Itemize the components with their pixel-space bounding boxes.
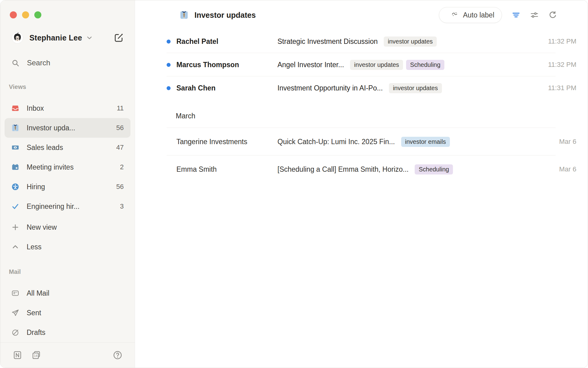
search-icon bbox=[11, 59, 20, 67]
email-subject: Strategic Investment Discussion bbox=[277, 37, 378, 46]
email-time: 11:31 PM bbox=[542, 84, 576, 92]
inbox-icon bbox=[11, 104, 19, 112]
email-time: Mar 6 bbox=[553, 165, 576, 173]
email-row[interactable]: Emma Smith[Scheduling a Call] Emma Smith… bbox=[167, 155, 576, 183]
svg-text:14: 14 bbox=[34, 354, 38, 358]
sidebar-item-label: All Mail bbox=[27, 289, 49, 297]
sidebar-item-sales-leads[interactable]: Sales leads47 bbox=[5, 138, 130, 157]
banknote-icon bbox=[11, 144, 19, 151]
mail-list: All MailSentDrafts bbox=[0, 283, 135, 342]
group-label: March bbox=[176, 112, 195, 120]
display-options-button[interactable] bbox=[530, 11, 539, 19]
email-tags: Scheduling bbox=[415, 164, 453, 174]
page-title: Investor updates bbox=[194, 11, 256, 20]
email-time: 11:32 PM bbox=[542, 37, 576, 45]
sidebar-item-drafts[interactable]: Drafts bbox=[5, 323, 130, 342]
necktie-icon bbox=[179, 10, 189, 20]
notion-calendar-button[interactable]: 14 bbox=[32, 350, 41, 360]
refresh-icon bbox=[548, 11, 557, 19]
draft-icon bbox=[11, 328, 19, 336]
notion-calendar-icon: 14 bbox=[32, 350, 41, 360]
label-tag[interactable]: investor updates bbox=[350, 60, 403, 70]
sidebar-item-label: Hiring bbox=[27, 183, 45, 191]
minimize-button[interactable] bbox=[22, 11, 29, 18]
sidebar-item-sent[interactable]: Sent bbox=[5, 303, 130, 323]
notion-app-button[interactable] bbox=[13, 350, 22, 360]
sidebar-item-meeting-invites[interactable]: Meeting invites2 bbox=[5, 157, 130, 177]
compose-button[interactable] bbox=[111, 31, 126, 45]
view-header: Investor updates Auto label bbox=[135, 0, 588, 30]
avatar bbox=[12, 32, 23, 44]
help-button[interactable] bbox=[113, 350, 123, 360]
email-sender: Emma Smith bbox=[176, 165, 277, 174]
unread-count: 11 bbox=[117, 104, 124, 112]
email-row[interactable]: Tangerine InvestmentsQuick Catch-Up: Lum… bbox=[167, 128, 576, 155]
email-row[interactable]: Sarah ChenInvestment Opportunity in AI-P… bbox=[167, 76, 576, 100]
label-tag[interactable]: investor updates bbox=[389, 83, 442, 93]
sidebar-item-label: Engineering hir... bbox=[27, 202, 80, 211]
email-group-march: MarchTangerine InvestmentsQuick Catch-Up… bbox=[167, 111, 576, 183]
window-controls bbox=[0, 0, 135, 18]
main-panel: Investor updates Auto label Rachel Patel… bbox=[135, 0, 588, 368]
profile-menu-button[interactable]: Stephanie Lee bbox=[12, 31, 126, 45]
sidebar-item-all-mail[interactable]: All Mail bbox=[5, 283, 130, 303]
filter-button[interactable] bbox=[512, 11, 520, 19]
checkmark-icon bbox=[11, 202, 19, 210]
sidebar-item-label: New view bbox=[27, 223, 57, 232]
sidebar-item-engineering-hiring[interactable]: Engineering hir...3 bbox=[5, 197, 130, 216]
unread-count: 56 bbox=[116, 183, 124, 191]
email-time: 11:32 PM bbox=[542, 61, 576, 69]
email-subject: [Scheduling a Call] Emma Smith, Horizo..… bbox=[277, 165, 409, 174]
email-group: Rachel PatelStrategic Investment Discuss… bbox=[167, 30, 576, 100]
sliders-icon bbox=[530, 11, 539, 19]
chevron-up-icon bbox=[11, 243, 19, 251]
email-time: Mar 6 bbox=[553, 138, 576, 146]
search-label: Search bbox=[27, 59, 50, 67]
email-tags: investor updatesScheduling bbox=[350, 60, 444, 70]
email-tags: investor updates bbox=[389, 83, 442, 93]
label-tag[interactable]: investor updates bbox=[384, 36, 437, 47]
notion-logo-icon bbox=[13, 350, 22, 360]
sidebar-item-hiring[interactable]: Hiring56 bbox=[5, 177, 130, 197]
email-row[interactable]: Rachel PatelStrategic Investment Discuss… bbox=[167, 30, 576, 53]
group-header: March bbox=[167, 111, 576, 128]
email-subject: Angel Investor Inter... bbox=[277, 61, 344, 69]
profile-name: Stephanie Lee bbox=[29, 33, 82, 42]
sidebar-item-search[interactable]: Search bbox=[5, 55, 130, 71]
sidebar-footer: 14 bbox=[0, 342, 135, 368]
sidebar-item-less[interactable]: Less bbox=[5, 237, 130, 257]
sidebar-item-label: Sales leads bbox=[27, 144, 63, 152]
refresh-button[interactable] bbox=[548, 11, 557, 19]
mail-icon bbox=[11, 289, 19, 297]
sidebar-item-label: Less bbox=[27, 243, 42, 251]
sidebar-item-inbox[interactable]: Inbox11 bbox=[5, 98, 130, 118]
zoom-button[interactable] bbox=[34, 11, 41, 18]
email-tags: investor updates bbox=[384, 36, 437, 47]
mail-section-label: Mail bbox=[9, 268, 135, 275]
views-section-label: Views bbox=[9, 83, 135, 90]
sidebar-item-label: Inbox bbox=[27, 104, 44, 113]
close-button[interactable] bbox=[10, 11, 17, 18]
unread-count: 56 bbox=[116, 124, 124, 132]
sidebar-item-label: Meeting invites bbox=[27, 163, 74, 171]
person-circle-icon bbox=[11, 183, 19, 191]
sidebar-item-investor-updates[interactable]: Investor upda...56 bbox=[5, 118, 130, 138]
sidebar: Stephanie Lee Search Views Inbox11Invest… bbox=[0, 0, 135, 368]
label-tag[interactable]: Scheduling bbox=[406, 60, 444, 70]
auto-label-button[interactable]: Auto label bbox=[439, 7, 502, 23]
email-list: Rachel PatelStrategic Investment Discuss… bbox=[135, 30, 588, 183]
unread-dot bbox=[167, 86, 171, 90]
unread-count: 3 bbox=[120, 202, 124, 210]
sidebar-item-new-view[interactable]: New view bbox=[5, 217, 130, 237]
sidebar-item-label: Drafts bbox=[27, 328, 45, 337]
send-icon bbox=[11, 309, 19, 317]
label-tag[interactable]: investor emails bbox=[401, 137, 450, 147]
label-tag[interactable]: Scheduling bbox=[415, 164, 453, 174]
email-row[interactable]: Marcus ThompsonAngel Investor Inter...in… bbox=[167, 53, 576, 76]
email-sender: Rachel Patel bbox=[176, 37, 277, 46]
unread-count: 47 bbox=[116, 144, 124, 151]
help-icon bbox=[113, 350, 123, 360]
sidebar-item-label: Sent bbox=[27, 309, 41, 317]
email-sender: Sarah Chen bbox=[176, 84, 277, 92]
filter-icon bbox=[512, 11, 520, 19]
